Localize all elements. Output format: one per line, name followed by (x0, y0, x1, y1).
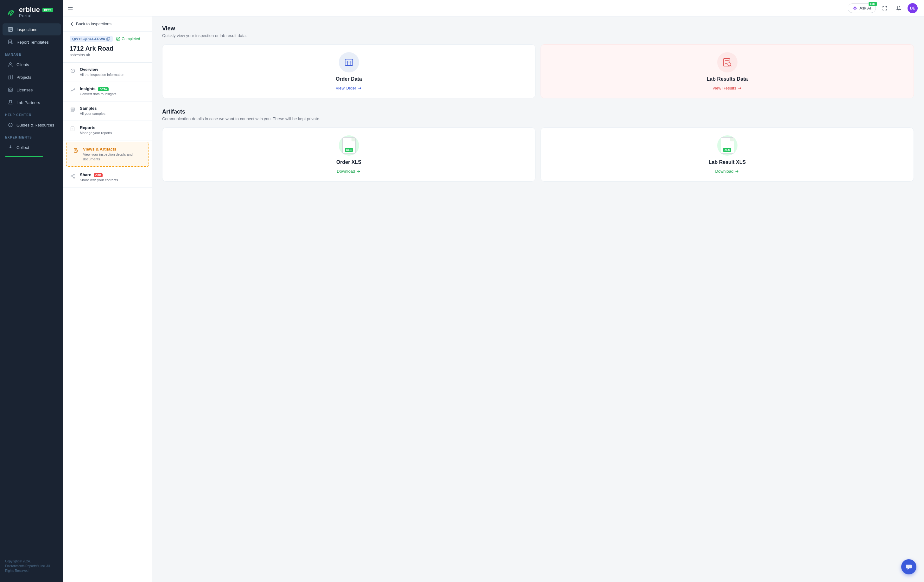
help-section-label: HELP CENTER (0, 109, 63, 118)
insights-beta-tag: BETA (98, 87, 109, 91)
arrow-right-icon (356, 169, 361, 174)
logo-beta-badge: BETA (43, 8, 53, 12)
order-xls-card[interactable]: XLS Order XLS Download (162, 127, 535, 182)
copy-icon[interactable] (106, 37, 110, 41)
samples-icon (70, 107, 76, 113)
svg-rect-13 (11, 75, 13, 79)
table-icon (344, 57, 354, 67)
share-icon (70, 173, 76, 179)
svg-rect-30 (71, 111, 73, 112)
inspection-header: QWY6-QPUA-ERWA Completed 1712 Ark Road a… (63, 31, 152, 62)
lab-result-xls-icon-circle: XLS (717, 135, 738, 156)
svg-rect-29 (71, 109, 75, 110)
fullscreen-button[interactable] (879, 3, 890, 13)
samples-content: Samples All your samples (80, 106, 145, 116)
views-artifacts-icon (73, 147, 79, 154)
fullscreen-icon (882, 6, 887, 11)
sidebar-item-label: Projects (16, 75, 31, 80)
svg-line-55 (730, 66, 731, 66)
svg-point-15 (10, 89, 12, 91)
artifacts-section-title: Artifacts (162, 109, 914, 115)
svg-point-1 (9, 12, 10, 13)
sidebar-item-inspections[interactable]: Inspections (3, 23, 61, 35)
view-cards-grid: Order Data View Order (162, 44, 914, 99)
sidebar-item-label: Report Templates (16, 40, 49, 44)
nav-item-views-artifacts[interactable]: Views & Artifacts View your inspection d… (66, 142, 149, 167)
logo-icon (5, 7, 16, 18)
logo-subtitle: Portal (19, 13, 53, 18)
footer-text: Copyright © 2024, EnvironmentalReports®,… (0, 555, 63, 577)
sidebar-item-lab-partners[interactable]: Lab Partners (3, 97, 61, 109)
experiments-section-label: EXPERIMENTS (0, 131, 63, 141)
svg-point-11 (10, 62, 12, 64)
lab-result-xls-card[interactable]: XLS Lab Result XLS Download (541, 127, 914, 182)
sidebar-item-projects[interactable]: Projects (3, 71, 61, 83)
svg-rect-24 (108, 37, 110, 40)
nav-item-overview[interactable]: Overview All the inspection information (63, 62, 152, 82)
checkmark-icon (116, 37, 120, 41)
chat-icon (905, 563, 912, 570)
hamburger-icon[interactable] (67, 5, 73, 12)
svg-rect-12 (8, 76, 10, 79)
licenses-icon (8, 87, 13, 93)
order-data-card[interactable]: Order Data View Order (162, 44, 535, 99)
artifacts-section: Artifacts Communication details in case … (162, 109, 914, 182)
xls-file-icon-2: XLS (720, 136, 735, 155)
svg-point-0 (5, 7, 16, 18)
ask-ai-button[interactable]: Ask AI beta (848, 3, 876, 13)
collect-icon (8, 145, 13, 150)
sidebar-item-label: Guides & Resources (16, 123, 54, 127)
nav-item-insights[interactable]: Insights BETA Convert data to insights (63, 82, 152, 101)
manage-section-label: MANAGE (0, 48, 63, 58)
view-results-link[interactable]: View Results (713, 86, 742, 90)
sidebar-item-label: Collect (16, 145, 29, 150)
nav-item-share[interactable]: Share OFF Share with your contacts (63, 168, 152, 187)
sidebar-item-label: Inspections (16, 27, 37, 32)
ask-ai-label: Ask AI (860, 6, 871, 10)
arrow-right-icon (358, 86, 362, 90)
content-area: View Quickly view your inspection or lab… (152, 16, 924, 582)
artifacts-cards-grid: XLS Order XLS Download (162, 127, 914, 182)
order-data-icon-circle (339, 52, 359, 72)
xls-file-icon: XLS (342, 136, 356, 155)
progress-bar (5, 156, 43, 157)
lab-partners-icon (8, 100, 13, 105)
inspection-id-row: QWY6-QPUA-ERWA Completed (70, 36, 145, 42)
sidebar-item-report-templates[interactable]: Report Templates (3, 36, 61, 48)
svg-point-41 (71, 176, 72, 177)
back-to-inspections-link[interactable]: Back to inspections (63, 16, 152, 31)
projects-icon (8, 74, 13, 80)
lab-results-data-card[interactable]: Lab Results Data View Results (541, 44, 914, 99)
logo-name: erblue (19, 6, 40, 13)
sidebar-item-collect[interactable]: Collect (3, 141, 61, 153)
arrow-right-icon (735, 169, 739, 174)
chat-bubble-button[interactable] (901, 559, 916, 574)
nav-item-samples[interactable]: Samples All your samples (63, 102, 152, 121)
view-order-link[interactable]: View Order (336, 86, 362, 90)
sidebar-item-licenses[interactable]: Licenses (3, 84, 61, 96)
order-xls-download-link[interactable]: Download (337, 169, 361, 174)
back-label: Back to inspections (76, 21, 111, 26)
sidebar-item-guides[interactable]: i Guides & Resources (3, 119, 61, 131)
svg-line-43 (72, 175, 73, 176)
notifications-button[interactable] (894, 3, 904, 13)
user-avatar[interactable]: DE (908, 3, 917, 13)
lab-result-xls-download-link[interactable]: Download (715, 169, 739, 174)
share-off-tag: OFF (94, 173, 102, 177)
inspection-subtitle: asbestos air (70, 53, 145, 57)
overview-content: Overview All the inspection information (80, 67, 145, 77)
insights-content: Insights BETA Convert data to insights (80, 86, 145, 97)
sidebar-item-clients[interactable]: Clients (3, 59, 61, 71)
lab-results-icon-circle (717, 52, 738, 72)
middle-panel: Back to inspections QWY6-QPUA-ERWA Comp (63, 0, 152, 582)
sidebar: erblue BETA Portal Inspections (0, 0, 63, 582)
view-section-title: View (162, 25, 914, 32)
right-content: Ask AI beta DE View Quickly view your in (152, 0, 924, 582)
svg-point-40 (73, 174, 75, 175)
svg-point-25 (116, 37, 120, 41)
report-templates-icon (8, 39, 13, 45)
views-artifacts-content: Views & Artifacts View your inspection d… (83, 147, 142, 162)
clients-icon (8, 62, 13, 67)
nav-item-reports[interactable]: Reports Manage your reports (63, 121, 152, 140)
reports-icon (70, 126, 76, 132)
